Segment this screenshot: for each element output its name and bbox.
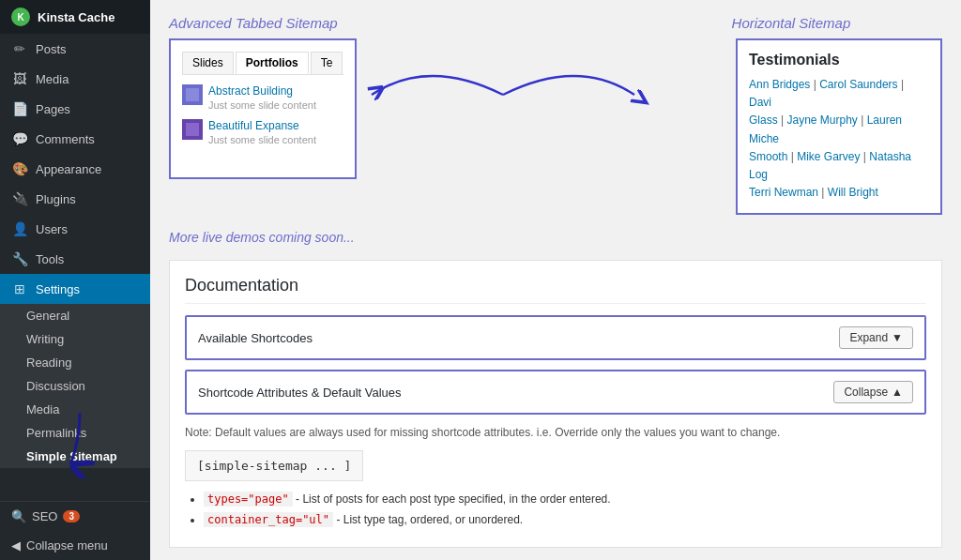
demo-item-text-1: Abstract Building Just some slide conten… [208, 84, 316, 112]
sidebar-item-label: Posts [36, 42, 67, 56]
tabbed-sitemap-card: Slides Portfolios Te Abstract Building J… [169, 38, 357, 179]
collapse-btn-icon: ▲ [892, 386, 903, 399]
h-link-2[interactable]: Carol Saunders [819, 78, 897, 91]
h-link-8[interactable]: Mike Garvey [797, 150, 860, 163]
horizontal-sitemap-label: Horizontal Sitemap [732, 15, 851, 31]
collapse-menu-button[interactable]: ◀ Collapse menu [0, 531, 150, 560]
demo-sub-1: Just some slide content [208, 99, 316, 111]
collapse-button[interactable]: Collapse ▲ [833, 381, 913, 403]
horizontal-sitemap-card: Testimonials Ann Bridges | Carol Saunder… [736, 38, 942, 215]
bullet-rest-2: - List type tag, ordered, or unordered. [336, 513, 523, 526]
h-link-7[interactable]: Smooth [749, 150, 787, 163]
sidebar-item-settings[interactable]: ⊞ Settings [0, 274, 150, 304]
submenu-permalinks[interactable]: Permalinks [0, 421, 150, 445]
brand-name: Kinsta Cache [38, 10, 114, 24]
settings-icon: ⊞ [11, 281, 28, 296]
horizontal-card-title: Testimonials [749, 52, 929, 68]
demo-arrows [353, 57, 653, 132]
settings-submenu: General Writing Reading Discussion Media… [0, 304, 150, 468]
seo-label: SEO [32, 509, 57, 523]
plugins-icon: 🔌 [11, 191, 28, 206]
collapse-label: Collapse menu [26, 538, 108, 552]
posts-icon: ✏ [11, 41, 28, 56]
submenu-general[interactable]: General [0, 304, 150, 327]
sidebar-item-label: Users [36, 222, 68, 236]
bullet-code-2: container_tag="ul" [204, 512, 333, 527]
sidebar-item-label: Settings [36, 282, 80, 296]
code-example: [simple-sitemap ... ] [185, 450, 363, 481]
h-link-3[interactable]: Davi [749, 96, 771, 109]
media-icon: 🖼 [11, 71, 28, 86]
submenu-simple-sitemap[interactable]: Simple Sitemap [0, 445, 150, 468]
sidebar-item-label: Appearance [36, 162, 101, 176]
h-link-4[interactable]: Glass [749, 114, 778, 127]
comments-icon: 💬 [11, 131, 28, 146]
h-link-10[interactable]: Terri Newman [749, 186, 818, 199]
shortcode-attributes-label: Shortcode Attributes & Default Values [198, 386, 822, 400]
demo-link-1[interactable]: Abstract Building [208, 84, 316, 98]
bullet-code-1: types="page" [204, 492, 293, 507]
tab-te[interactable]: Te [311, 52, 343, 74]
expand-button[interactable]: Expand ▼ [839, 326, 913, 349]
sidebar-item-users[interactable]: 👤 Users [0, 214, 150, 244]
h-link-1[interactable]: Ann Bridges [749, 78, 810, 91]
h-link-11[interactable]: Will Bright [828, 186, 878, 199]
tabbed-sitemap-label: Advanced Tabbed Sitemap [169, 15, 338, 31]
sidebar-item-label: Pages [36, 102, 70, 116]
tools-icon: 🔧 [11, 251, 28, 266]
sidebar-bottom: 🔍 SEO 3 ◀ Collapse menu [0, 501, 150, 560]
bullet-list: types="page" - List of posts for each po… [185, 491, 926, 528]
available-shortcodes-label: Available Shortcodes [198, 331, 828, 345]
sidebar: K Kinsta Cache ✏ Posts 🖼 Media 📄 Pages 💬… [0, 0, 150, 560]
demo-item-1: Abstract Building Just some slide conten… [182, 84, 343, 112]
tab-portfolios[interactable]: Portfolios [236, 52, 309, 74]
sidebar-item-label: Comments [36, 132, 95, 146]
more-demos-text: More live demos coming soon... [169, 230, 942, 245]
brand-icon: K [11, 8, 30, 26]
sidebar-item-seo[interactable]: 🔍 SEO 3 [0, 502, 150, 531]
demo-item-2: Beautiful Expanse Just some slide conten… [182, 119, 343, 146]
sidebar-item-label: Plugins [36, 192, 76, 206]
shortcode-attributes-row: Shortcode Attributes & Default Values Co… [185, 370, 926, 415]
sidebar-item-label: Media [36, 72, 69, 86]
demo-sub-2: Just some slide content [208, 134, 316, 145]
settings-arrow-indicator [145, 283, 150, 295]
sidebar-item-comments[interactable]: 💬 Comments [0, 124, 150, 154]
submenu-discussion[interactable]: Discussion [0, 374, 150, 398]
appearance-icon: 🎨 [11, 161, 28, 176]
sidebar-item-media[interactable]: 🖼 Media [0, 64, 150, 94]
documentation-title: Documentation [185, 276, 926, 304]
available-shortcodes-row: Available Shortcodes Expand ▼ [185, 315, 926, 360]
sidebar-item-appearance[interactable]: 🎨 Appearance [0, 154, 150, 184]
horizontal-links: Ann Bridges | Carol Saunders | Davi Glas… [749, 76, 929, 202]
sidebar-item-plugins[interactable]: 🔌 Plugins [0, 184, 150, 214]
collapse-btn-label: Collapse [844, 386, 888, 399]
seo-icon: 🔍 [11, 509, 26, 523]
thumb-icon-1 [182, 84, 203, 105]
submenu-writing[interactable]: Writing [0, 327, 150, 351]
expand-icon: ▼ [892, 331, 903, 344]
note-text: Note: Default values are always used for… [185, 424, 926, 441]
main-content: Advanced Tabbed Sitemap Horizontal Sitem… [150, 0, 961, 560]
thumb-icon-2 [182, 119, 203, 140]
sidebar-item-tools[interactable]: 🔧 Tools [0, 244, 150, 274]
bullet-item-2: container_tag="ul" - List type tag, orde… [204, 511, 926, 528]
collapse-icon: ◀ [11, 538, 21, 552]
users-icon: 👤 [11, 221, 28, 236]
tab-slides[interactable]: Slides [182, 52, 234, 74]
demo-item-text-2: Beautiful Expanse Just some slide conten… [208, 119, 316, 146]
sidebar-item-pages[interactable]: 📄 Pages [0, 94, 150, 124]
h-link-5[interactable]: Jayne Murphy [786, 114, 857, 127]
submenu-reading[interactable]: Reading [0, 351, 150, 374]
expand-label: Expand [849, 331, 888, 344]
pages-icon: 📄 [11, 101, 28, 116]
bullet-item-1: types="page" - List of posts for each po… [204, 491, 926, 507]
demo-tabs: Slides Portfolios Te [182, 52, 343, 75]
bullet-rest-1: - List of posts for each post type speci… [296, 492, 611, 506]
brand: K Kinsta Cache [0, 0, 150, 34]
seo-badge: 3 [63, 510, 80, 522]
submenu-media[interactable]: Media [0, 398, 150, 421]
documentation-section: Documentation Available Shortcodes Expan… [169, 260, 942, 548]
sidebar-item-posts[interactable]: ✏ Posts [0, 34, 150, 64]
demo-link-2[interactable]: Beautiful Expanse [208, 119, 316, 132]
